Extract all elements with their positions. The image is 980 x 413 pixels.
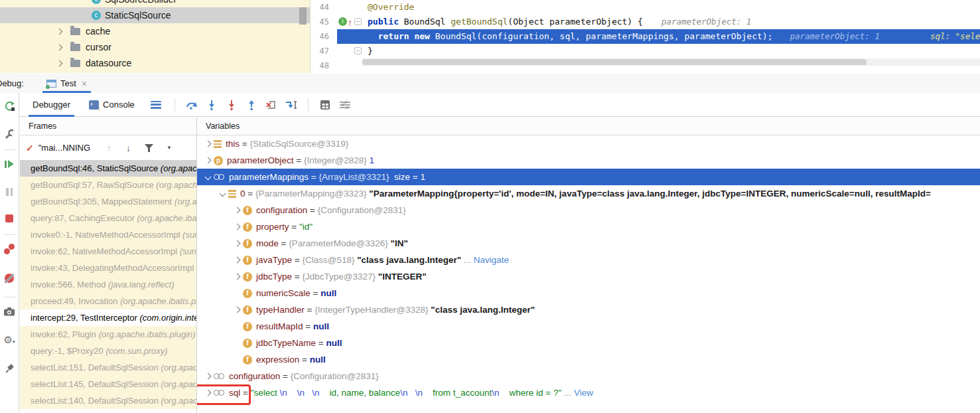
tree-scrollbar[interactable] bbox=[299, 7, 307, 25]
step-over-icon[interactable] bbox=[185, 98, 198, 112]
run-to-cursor-icon[interactable] bbox=[285, 98, 298, 112]
pause-icon[interactable] bbox=[3, 186, 15, 198]
code-line-46[interactable]: 46 return new BoundSql(configuration, sq… bbox=[311, 29, 980, 44]
tree-item-staticsqlsource[interactable]: cStaticSqlSource bbox=[0, 7, 310, 23]
variable-row[interactable]: this = {StaticSqlSource@3319} bbox=[197, 135, 980, 152]
inline-link[interactable]: Navigate bbox=[474, 255, 509, 265]
frame-row[interactable]: selectList:151, DefaultSqlSession (org.a… bbox=[20, 359, 196, 376]
stop-icon[interactable] bbox=[3, 212, 15, 224]
mute-breakpoints-icon[interactable] bbox=[3, 272, 15, 284]
frame-row[interactable]: invoke:566, Method (java.lang.reflect) bbox=[20, 276, 196, 293]
inline-link[interactable]: View bbox=[574, 388, 593, 398]
variable-row[interactable]: fexpression = null bbox=[197, 351, 980, 368]
variable-row[interactable]: configuration = {Configuration@2831} bbox=[197, 368, 980, 384]
tree-item-cache[interactable]: cache bbox=[0, 23, 310, 39]
thread-selector[interactable]: ✓ "mai...NNING ↑ ↓ ▼ bbox=[20, 135, 196, 160]
frame-row[interactable]: query:-1, $Proxy20 (com.sun.proxy) bbox=[20, 343, 196, 359]
variable-row[interactable]: fresultMapId = null bbox=[197, 318, 980, 335]
chevron-right-icon[interactable] bbox=[56, 60, 63, 66]
frame-row[interactable]: proceed:49, Invocation (org.apache.ibati… bbox=[20, 293, 196, 309]
chevron-down-icon[interactable] bbox=[202, 175, 214, 179]
fold-marker-icon[interactable]: – bbox=[354, 18, 362, 25]
variable-row[interactable]: parameterMappings = {ArrayList@3321} siz… bbox=[197, 169, 980, 185]
code-editor[interactable]: 44@Override45I↑–public BoundSql getBound… bbox=[311, 0, 980, 73]
pin-icon[interactable] bbox=[3, 363, 15, 374]
variable-row[interactable]: fproperty = "id" bbox=[197, 218, 980, 235]
tab-debugger[interactable]: Debugger bbox=[23, 93, 80, 117]
chevron-down-icon[interactable] bbox=[217, 191, 228, 196]
frame-row[interactable]: intercept:29, TestInterceptor (com.origi… bbox=[20, 309, 196, 326]
variable-row[interactable]: 0 = {ParameterMapping@3323} "ParameterMa… bbox=[197, 185, 980, 202]
tree-item-datasource[interactable]: datasource bbox=[0, 55, 310, 71]
frame-up-icon[interactable]: ↑ bbox=[107, 143, 111, 153]
variable-row[interactable]: fmode = {ParameterMode@3326} "IN" bbox=[197, 235, 980, 252]
step-out-icon[interactable] bbox=[245, 98, 258, 112]
layout-menu-icon[interactable] bbox=[151, 101, 161, 109]
breakpoint-icon[interactable]: I bbox=[338, 17, 347, 26]
view-breakpoints-icon[interactable] bbox=[3, 243, 15, 255]
frame-row[interactable]: selectList:140, DefaultSqlSession (org.a… bbox=[20, 392, 196, 409]
code-line-47[interactable]: 47–} bbox=[311, 44, 980, 58]
chevron-right-icon[interactable] bbox=[56, 44, 63, 50]
variable-row[interactable]: fjdbcTypeName = null bbox=[197, 335, 980, 351]
variable-row[interactable]: fnumericScale = null bbox=[197, 285, 980, 301]
chevron-right-icon[interactable] bbox=[202, 141, 214, 146]
session-tab-test[interactable]: Test × bbox=[41, 74, 92, 93]
frame-row[interactable]: invoke:62, NativeMethodAccessorImpl (sun… bbox=[20, 243, 196, 260]
chevron-right-icon[interactable] bbox=[232, 224, 243, 229]
tree-item-cursor[interactable]: cursor bbox=[0, 39, 310, 55]
line-number[interactable]: 47 bbox=[311, 44, 337, 58]
drop-frame-icon[interactable] bbox=[265, 98, 278, 112]
editor-horizontal-scrollbar[interactable] bbox=[362, 58, 980, 66]
line-number[interactable]: 46 bbox=[311, 29, 337, 44]
close-icon[interactable]: × bbox=[82, 79, 87, 88]
frame-package: (org.apache.ibatis) bbox=[161, 396, 196, 406]
view-options-icon[interactable] bbox=[338, 98, 352, 112]
frame-row[interactable]: getBoundSql:305, MappedStatement (org.ap… bbox=[20, 193, 196, 210]
fold-marker-icon[interactable]: – bbox=[354, 47, 362, 54]
frame-row[interactable]: invoke:62, Plugin (org.apache.ibatis.plu… bbox=[20, 326, 196, 343]
chevron-right-icon[interactable] bbox=[232, 307, 243, 312]
force-step-into-icon[interactable] bbox=[225, 98, 238, 112]
variable-row[interactable]: fjdbcType = {JdbcType@3327} "INTEGER" bbox=[197, 268, 980, 285]
chevron-right-icon[interactable] bbox=[202, 374, 214, 378]
chevron-right-icon[interactable] bbox=[202, 390, 214, 395]
rerun-icon[interactable] bbox=[3, 100, 15, 112]
text-segment: jdbcType bbox=[256, 272, 292, 282]
frame-row[interactable]: selectList:145, DefaultSqlSession (org.a… bbox=[20, 376, 196, 392]
step-into-icon[interactable] bbox=[205, 98, 218, 112]
edit-configuration-wrench-icon[interactable] bbox=[3, 127, 15, 139]
thread-dump-camera-icon[interactable] bbox=[3, 305, 15, 317]
variable-row[interactable]: fconfiguration = {Configuration@2831} bbox=[197, 202, 980, 218]
filter-funnel-icon[interactable] bbox=[145, 144, 153, 152]
tab-console[interactable]: Console bbox=[80, 93, 144, 117]
variable-row[interactable]: sql = "select \n \n \n id, name, balance… bbox=[197, 384, 980, 401]
resume-icon[interactable] bbox=[3, 158, 15, 170]
line-number[interactable]: 44 bbox=[311, 0, 337, 15]
chevron-right-icon[interactable] bbox=[232, 208, 243, 212]
chevron-right-icon[interactable] bbox=[232, 258, 243, 262]
tree-item-sqlsourcebuilder[interactable]: cSqlSourceBuilder bbox=[0, 0, 310, 7]
line-number[interactable]: 45 bbox=[311, 15, 337, 29]
frame-row[interactable]: getBoundSql:57, RawSqlSource (org.apache… bbox=[20, 177, 196, 193]
variable-row[interactable]: ftypeHandler = {IntegerTypeHandler@3328}… bbox=[197, 301, 980, 318]
scrollbar-thumb[interactable] bbox=[362, 59, 867, 65]
line-number[interactable]: 48 bbox=[311, 58, 337, 73]
frame-row[interactable]: getBoundSql:46, StaticSqlSource (org.apa… bbox=[20, 160, 196, 177]
frame-row[interactable]: query:87, CachingExecutor (org.apache.ib… bbox=[20, 210, 196, 226]
frame-row[interactable]: invoke:43, DelegatingMethodAccessorImpl … bbox=[20, 260, 196, 276]
variable-row[interactable]: fjavaType = {Class@518} "class java.lang… bbox=[197, 252, 980, 268]
chevron-right-icon[interactable] bbox=[232, 241, 243, 246]
thread-dropdown-chevron-icon[interactable]: ▼ bbox=[167, 145, 172, 151]
frame-row[interactable]: invoke0:-1, NativeMethodAccessorImpl (su… bbox=[20, 226, 196, 243]
settings-gear-icon[interactable]: ⚙▾ bbox=[3, 334, 15, 346]
chevron-right-icon[interactable] bbox=[232, 274, 243, 279]
debug-side-strip: ⚙▾ bbox=[0, 93, 19, 413]
code-line-44[interactable]: 44@Override bbox=[311, 0, 980, 15]
code-line-45[interactable]: 45I↑–public BoundSql getBoundSql(Object … bbox=[311, 15, 980, 29]
chevron-right-icon[interactable] bbox=[56, 28, 63, 35]
evaluate-expression-icon[interactable] bbox=[318, 98, 332, 112]
frame-down-icon[interactable]: ↓ bbox=[126, 143, 131, 153]
chevron-right-icon[interactable] bbox=[202, 158, 214, 163]
variable-row[interactable]: pparameterObject = {Integer@2828} 1 bbox=[197, 152, 980, 169]
